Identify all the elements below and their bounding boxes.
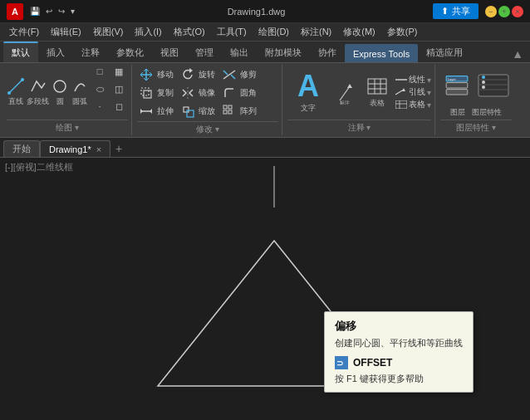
linestyle-tools: 线性 ▾ 引线 ▾ 表格 ▾ [395, 74, 431, 110]
menu-params[interactable]: 参数(P) [381, 24, 424, 40]
menu-view[interactable]: 视图(V) [87, 24, 130, 40]
table-tool-button2[interactable]: 表格 ▾ [395, 99, 431, 110]
svg-marker-13 [150, 109, 152, 114]
canvas-area[interactable]: [-][俯视]二维线框 偏移 创建同心圆、平行线和等距曲线 ⊃ OFFSET 按… [0, 158, 530, 403]
more-button[interactable]: ▾ [69, 6, 76, 17]
leader-dropdown[interactable]: ▾ [427, 88, 431, 97]
annotation-group-label: 注释 ▾ [287, 120, 431, 134]
tab-insert[interactable]: 插入 [38, 42, 73, 62]
copy-button[interactable] [137, 85, 155, 101]
ellipse-button[interactable]: ⬭ [91, 81, 109, 97]
region-button[interactable]: ◻ [110, 98, 128, 115]
fillet-button[interactable] [220, 85, 238, 101]
draw-extra-tools: □ ▦ ⬭ ◫ · ◻ [91, 63, 128, 115]
tab-view[interactable]: 视图 [152, 42, 187, 62]
svg-marker-12 [140, 109, 143, 114]
menu-dimension[interactable]: 标注(N) [295, 24, 337, 40]
menu-edit[interactable]: 编辑(E) [45, 24, 87, 40]
table-button[interactable] [362, 76, 392, 96]
trim-button[interactable] [220, 66, 238, 83]
menu-modify[interactable]: 修改(M) [337, 24, 381, 40]
maximize-button[interactable]: + [498, 6, 510, 17]
mirror-button[interactable] [179, 85, 197, 101]
svg-line-6 [223, 71, 228, 75]
tab-default[interactable]: 默认 [3, 42, 38, 62]
draw-tools: 直线 多段线 圆 圆弧 □ [7, 66, 128, 118]
stretch-label: 拉伸 [157, 105, 174, 117]
rotate-label: 旋转 [199, 69, 215, 81]
table-dropdown[interactable]: ▾ [427, 100, 431, 110]
tab-start[interactable]: 开始 [3, 140, 40, 157]
tab-addons[interactable]: 附加模块 [257, 42, 310, 62]
circle-label: 圆 [56, 96, 64, 107]
annotation-group: A 文字 标注 表格 线性 ▾ [284, 65, 435, 135]
annotation-tools: A 文字 标注 表格 线性 ▾ [287, 66, 431, 118]
svg-marker-30 [402, 88, 405, 91]
array-button[interactable] [220, 103, 238, 120]
app-icon: A [7, 3, 23, 20]
move-button[interactable] [137, 66, 155, 83]
svg-point-42 [482, 76, 485, 79]
point-button[interactable]: · [91, 98, 109, 115]
tab-output[interactable]: 输出 [222, 42, 257, 62]
modify-group: 移动 旋转 修剪 复制 镜像 [134, 65, 282, 135]
arc-button[interactable] [71, 78, 89, 95]
svg-line-0 [9, 80, 22, 93]
save-button[interactable]: 💾 [28, 6, 42, 17]
gradient-button[interactable]: ◫ [110, 81, 128, 97]
circle-button[interactable] [51, 78, 69, 95]
linestyle-dropdown[interactable]: ▾ [427, 76, 431, 85]
text-icon: A [297, 71, 319, 101]
minimize-button[interactable]: − [485, 6, 497, 17]
ribbon-collapse-button[interactable]: ▲ [508, 46, 527, 62]
hatch-button[interactable]: ▦ [110, 63, 128, 80]
text-button[interactable]: A 文字 [287, 71, 329, 114]
tab-featured[interactable]: 精选应用 [418, 42, 471, 62]
draw-main-tools: 直线 [7, 78, 25, 107]
menu-bar: 文件(F) 编辑(E) 视图(V) 插入(I) 格式(O) 工具(T) 绘图(D… [0, 23, 530, 42]
tab-drawing1[interactable]: Drawing1* × [40, 140, 110, 157]
tab-close-button[interactable]: × [96, 144, 101, 154]
rotate-button[interactable] [179, 66, 197, 83]
line-button[interactable] [7, 78, 25, 95]
tab-collaborate[interactable]: 协作 [310, 42, 345, 62]
undo-button[interactable]: ↩ [44, 6, 54, 17]
layer-button[interactable]: Layer [440, 66, 474, 105]
tab-manage[interactable]: 管理 [187, 42, 222, 62]
add-tab-button[interactable]: + [110, 140, 127, 157]
linestyle-label: 线性 [409, 74, 425, 85]
tab-annotate[interactable]: 注释 [73, 42, 108, 62]
tab-express-tools[interactable]: Express Tools [345, 44, 418, 62]
svg-rect-16 [223, 105, 227, 109]
close-button[interactable]: × [512, 6, 523, 17]
svg-text:标注: 标注 [339, 100, 350, 105]
leader-tool-button[interactable]: 引线 ▾ [395, 86, 431, 98]
copy-label: 复制 [157, 87, 174, 99]
menu-format[interactable]: 格式(O) [168, 24, 211, 40]
menu-tools[interactable]: 工具(T) [211, 24, 253, 40]
rect-button[interactable]: □ [91, 63, 109, 80]
menu-draw[interactable]: 绘图(D) [253, 24, 295, 40]
share-button[interactable]: ⬆ 共享 [433, 3, 478, 19]
window-controls: − + × [485, 6, 523, 17]
svg-rect-35 [446, 83, 468, 88]
line-label: 直线 [8, 96, 23, 107]
scale-button[interactable] [179, 103, 197, 120]
polyline-button[interactable] [29, 78, 47, 95]
menu-insert[interactable]: 插入(I) [129, 24, 167, 40]
svg-text:⊃: ⊃ [336, 359, 343, 368]
stretch-button[interactable] [137, 103, 155, 120]
svg-rect-15 [187, 110, 194, 117]
layer-label: 图层 [450, 107, 465, 118]
tab-parametric[interactable]: 参数化 [108, 42, 152, 62]
linestyle-button[interactable]: 线性 ▾ [395, 74, 431, 85]
layer-props-button[interactable] [475, 66, 512, 105]
layer-tools: Layer 图层 图层特性 [440, 66, 512, 118]
share-icon: ⬆ [441, 6, 449, 17]
svg-line-29 [395, 90, 404, 95]
tab-drawing1-label: Drawing1* [49, 144, 91, 154]
menu-file[interactable]: 文件(F) [3, 24, 45, 40]
mleader-button[interactable]: 标注 [332, 78, 359, 106]
redo-button[interactable]: ↪ [56, 6, 66, 17]
scale-label: 缩放 [199, 105, 215, 117]
